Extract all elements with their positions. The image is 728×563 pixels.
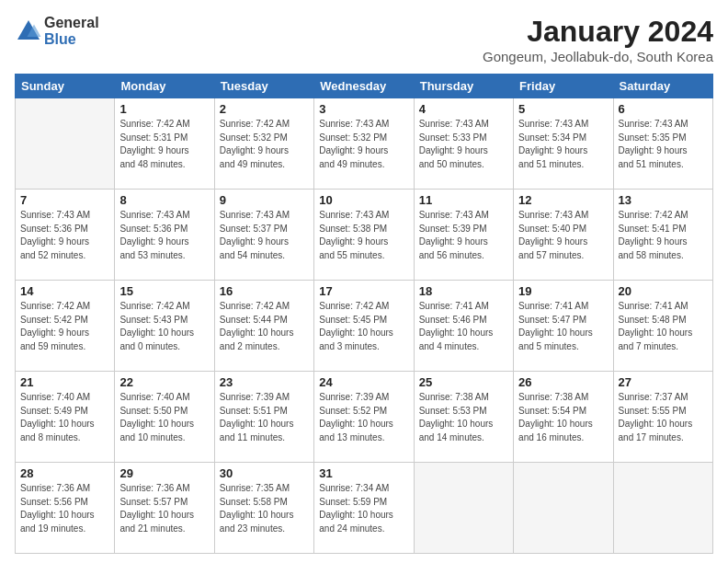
calendar-cell: 3Sunrise: 7:43 AMSunset: 5:32 PMDaylight… <box>314 98 414 190</box>
day-info: Sunrise: 7:42 AMSunset: 5:45 PMDaylight:… <box>319 300 408 353</box>
day-info: Sunrise: 7:43 AMSunset: 5:37 PMDaylight:… <box>220 209 309 262</box>
week-row-5: 28Sunrise: 7:36 AMSunset: 5:56 PMDayligh… <box>16 463 713 554</box>
calendar-cell: 7Sunrise: 7:43 AMSunset: 5:36 PMDaylight… <box>16 190 115 281</box>
day-info: Sunrise: 7:39 AMSunset: 5:51 PMDaylight:… <box>220 391 309 444</box>
day-number: 27 <box>619 375 708 389</box>
col-monday: Monday <box>115 75 214 98</box>
day-info: Sunrise: 7:36 AMSunset: 5:57 PMDaylight:… <box>119 482 209 535</box>
day-info: Sunrise: 7:43 AMSunset: 5:36 PMDaylight:… <box>119 209 209 262</box>
calendar-cell: 12Sunrise: 7:43 AMSunset: 5:40 PMDayligh… <box>514 190 613 281</box>
day-info: Sunrise: 7:36 AMSunset: 5:56 PMDaylight:… <box>20 482 109 535</box>
day-number: 28 <box>20 466 109 480</box>
day-info: Sunrise: 7:43 AMSunset: 5:35 PMDaylight:… <box>619 118 708 171</box>
day-number: 1 <box>119 102 209 116</box>
title-area: January 2024 Gongeum, Jeollabuk-do, Sout… <box>483 15 713 64</box>
day-number: 22 <box>119 375 209 389</box>
day-info: Sunrise: 7:43 AMSunset: 5:39 PMDaylight:… <box>419 209 508 262</box>
day-number: 18 <box>419 284 508 298</box>
calendar-cell: 20Sunrise: 7:41 AMSunset: 5:48 PMDayligh… <box>613 281 712 372</box>
day-info: Sunrise: 7:41 AMSunset: 5:46 PMDaylight:… <box>419 300 508 353</box>
week-row-2: 7Sunrise: 7:43 AMSunset: 5:36 PMDaylight… <box>16 190 713 281</box>
calendar-cell: 24Sunrise: 7:39 AMSunset: 5:52 PMDayligh… <box>314 372 414 463</box>
day-number: 16 <box>220 284 309 298</box>
day-number: 25 <box>419 375 508 389</box>
day-info: Sunrise: 7:40 AMSunset: 5:49 PMDaylight:… <box>20 391 109 444</box>
day-info: Sunrise: 7:41 AMSunset: 5:48 PMDaylight:… <box>619 300 708 353</box>
calendar-table: Sunday Monday Tuesday Wednesday Thursday… <box>15 74 713 554</box>
day-number: 31 <box>319 466 408 480</box>
calendar-cell <box>613 463 712 554</box>
day-info: Sunrise: 7:42 AMSunset: 5:42 PMDaylight:… <box>20 300 109 353</box>
calendar-cell <box>514 463 613 554</box>
calendar-cell: 14Sunrise: 7:42 AMSunset: 5:42 PMDayligh… <box>16 281 115 372</box>
day-info: Sunrise: 7:42 AMSunset: 5:44 PMDaylight:… <box>220 300 309 353</box>
calendar-cell: 31Sunrise: 7:34 AMSunset: 5:59 PMDayligh… <box>314 463 414 554</box>
calendar-cell: 6Sunrise: 7:43 AMSunset: 5:35 PMDaylight… <box>613 98 712 190</box>
day-number: 30 <box>220 466 309 480</box>
header: General Blue January 2024 Gongeum, Jeoll… <box>15 15 713 64</box>
calendar-cell: 22Sunrise: 7:40 AMSunset: 5:50 PMDayligh… <box>115 372 214 463</box>
calendar-cell: 1Sunrise: 7:42 AMSunset: 5:31 PMDaylight… <box>115 98 214 190</box>
day-info: Sunrise: 7:43 AMSunset: 5:36 PMDaylight:… <box>20 209 109 262</box>
calendar-cell: 4Sunrise: 7:43 AMSunset: 5:33 PMDaylight… <box>414 98 513 190</box>
calendar-cell: 19Sunrise: 7:41 AMSunset: 5:47 PMDayligh… <box>514 281 613 372</box>
col-sunday: Sunday <box>16 75 115 98</box>
calendar-cell: 17Sunrise: 7:42 AMSunset: 5:45 PMDayligh… <box>314 281 414 372</box>
main-title: January 2024 <box>483 15 713 49</box>
calendar-cell: 10Sunrise: 7:43 AMSunset: 5:38 PMDayligh… <box>314 190 414 281</box>
day-info: Sunrise: 7:42 AMSunset: 5:41 PMDaylight:… <box>619 209 708 262</box>
day-info: Sunrise: 7:42 AMSunset: 5:31 PMDaylight:… <box>119 118 209 171</box>
col-saturday: Saturday <box>613 75 712 98</box>
day-info: Sunrise: 7:35 AMSunset: 5:58 PMDaylight:… <box>220 482 309 535</box>
day-info: Sunrise: 7:38 AMSunset: 5:54 PMDaylight:… <box>518 391 608 444</box>
day-number: 17 <box>319 284 408 298</box>
day-number: 8 <box>119 193 209 207</box>
day-info: Sunrise: 7:40 AMSunset: 5:50 PMDaylight:… <box>119 391 209 444</box>
col-tuesday: Tuesday <box>214 75 313 98</box>
logo-general: General <box>44 15 99 31</box>
day-info: Sunrise: 7:38 AMSunset: 5:53 PMDaylight:… <box>419 391 508 444</box>
calendar-cell: 25Sunrise: 7:38 AMSunset: 5:53 PMDayligh… <box>414 372 513 463</box>
week-row-4: 21Sunrise: 7:40 AMSunset: 5:49 PMDayligh… <box>16 372 713 463</box>
calendar-cell: 16Sunrise: 7:42 AMSunset: 5:44 PMDayligh… <box>214 281 313 372</box>
calendar-cell: 5Sunrise: 7:43 AMSunset: 5:34 PMDaylight… <box>514 98 613 190</box>
day-number: 23 <box>220 375 309 389</box>
day-info: Sunrise: 7:42 AMSunset: 5:43 PMDaylight:… <box>119 300 209 353</box>
day-number: 11 <box>419 193 508 207</box>
day-info: Sunrise: 7:37 AMSunset: 5:55 PMDaylight:… <box>619 391 708 444</box>
calendar-cell <box>16 98 115 190</box>
day-number: 12 <box>518 193 608 207</box>
calendar-page: General Blue January 2024 Gongeum, Jeoll… <box>0 0 728 563</box>
day-number: 26 <box>518 375 608 389</box>
header-row: Sunday Monday Tuesday Wednesday Thursday… <box>16 75 713 98</box>
week-row-1: 1Sunrise: 7:42 AMSunset: 5:31 PMDaylight… <box>16 98 713 190</box>
week-row-3: 14Sunrise: 7:42 AMSunset: 5:42 PMDayligh… <box>16 281 713 372</box>
day-number: 5 <box>518 102 608 116</box>
day-info: Sunrise: 7:43 AMSunset: 5:33 PMDaylight:… <box>419 118 508 171</box>
day-number: 29 <box>119 466 209 480</box>
day-number: 21 <box>20 375 109 389</box>
day-number: 15 <box>119 284 209 298</box>
calendar-cell: 2Sunrise: 7:42 AMSunset: 5:32 PMDaylight… <box>214 98 313 190</box>
calendar-cell: 9Sunrise: 7:43 AMSunset: 5:37 PMDaylight… <box>214 190 313 281</box>
logo: General Blue <box>15 15 99 48</box>
col-friday: Friday <box>514 75 613 98</box>
day-info: Sunrise: 7:39 AMSunset: 5:52 PMDaylight:… <box>319 391 408 444</box>
day-info: Sunrise: 7:42 AMSunset: 5:32 PMDaylight:… <box>220 118 309 171</box>
day-number: 20 <box>619 284 708 298</box>
calendar-cell: 28Sunrise: 7:36 AMSunset: 5:56 PMDayligh… <box>16 463 115 554</box>
day-number: 10 <box>319 193 408 207</box>
day-number: 14 <box>20 284 109 298</box>
calendar-cell: 29Sunrise: 7:36 AMSunset: 5:57 PMDayligh… <box>115 463 214 554</box>
calendar-cell: 8Sunrise: 7:43 AMSunset: 5:36 PMDaylight… <box>115 190 214 281</box>
calendar-cell: 23Sunrise: 7:39 AMSunset: 5:51 PMDayligh… <box>214 372 313 463</box>
day-number: 13 <box>619 193 708 207</box>
calendar-cell: 27Sunrise: 7:37 AMSunset: 5:55 PMDayligh… <box>613 372 712 463</box>
day-info: Sunrise: 7:43 AMSunset: 5:38 PMDaylight:… <box>319 209 408 262</box>
day-number: 3 <box>319 102 408 116</box>
day-number: 6 <box>619 102 708 116</box>
day-info: Sunrise: 7:43 AMSunset: 5:32 PMDaylight:… <box>319 118 408 171</box>
logo-blue: Blue <box>44 31 99 48</box>
day-info: Sunrise: 7:34 AMSunset: 5:59 PMDaylight:… <box>319 482 408 535</box>
day-number: 4 <box>419 102 508 116</box>
